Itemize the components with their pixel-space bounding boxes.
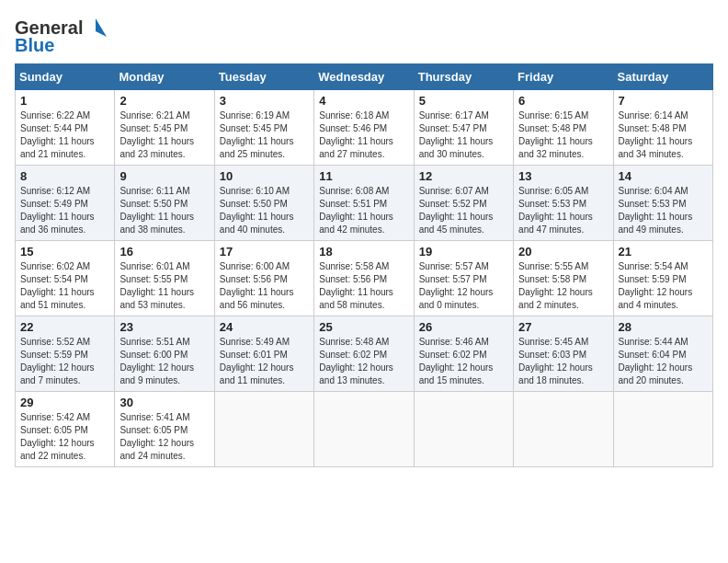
sunset-label: Sunset: 5:45 PM: [220, 123, 288, 133]
weekday-header-saturday: Saturday: [613, 64, 712, 90]
cell-info: Sunrise: 6:05 AM Sunset: 5:53 PM Dayligh…: [518, 185, 608, 236]
sunrise-label: Sunrise: 5:46 AM: [419, 337, 489, 347]
sunset-label: Sunset: 5:54 PM: [20, 274, 88, 284]
day-number: 9: [119, 169, 209, 183]
daylight-label: Daylight: 11 hours and 56 minutes.: [220, 287, 294, 310]
day-number: 21: [619, 245, 708, 259]
calendar-cell: [414, 392, 513, 467]
day-number: 8: [20, 169, 109, 183]
sunrise-label: Sunrise: 5:57 AM: [419, 261, 489, 271]
day-number: 27: [518, 320, 608, 334]
cell-info: Sunrise: 6:22 AM Sunset: 5:44 PM Dayligh…: [20, 109, 109, 161]
sunrise-label: Sunrise: 6:02 AM: [20, 261, 90, 271]
daylight-label: Daylight: 12 hours and 13 minutes.: [319, 362, 393, 385]
day-number: 22: [20, 320, 109, 334]
calendar-week-4: 22 Sunrise: 5:52 AM Sunset: 5:59 PM Dayl…: [16, 316, 713, 392]
sunset-label: Sunset: 5:59 PM: [20, 350, 88, 360]
day-number: 2: [119, 94, 209, 108]
calendar-cell: 11 Sunrise: 6:08 AM Sunset: 5:51 PM Dayl…: [314, 166, 414, 241]
day-number: 23: [119, 320, 209, 334]
sunrise-label: Sunrise: 5:48 AM: [319, 337, 389, 347]
day-number: 28: [619, 320, 708, 334]
calendar-cell: 2 Sunrise: 6:21 AM Sunset: 5:45 PM Dayli…: [115, 90, 214, 166]
calendar-table: SundayMondayTuesdayWednesdayThursdayFrid…: [15, 63, 713, 467]
calendar-cell: 26 Sunrise: 5:46 AM Sunset: 6:02 PM Dayl…: [414, 316, 513, 392]
weekday-header-wednesday: Wednesday: [314, 64, 414, 90]
sunrise-label: Sunrise: 6:07 AM: [419, 186, 489, 196]
sunset-label: Sunset: 5:50 PM: [220, 199, 288, 209]
svg-marker-0: [96, 18, 107, 37]
sunrise-label: Sunrise: 6:04 AM: [619, 186, 688, 196]
sunrise-label: Sunrise: 5:52 AM: [20, 337, 90, 347]
cell-info: Sunrise: 5:57 AM Sunset: 5:57 PM Dayligh…: [419, 260, 508, 312]
cell-info: Sunrise: 6:21 AM Sunset: 5:45 PM Dayligh…: [119, 109, 209, 161]
cell-info: Sunrise: 5:48 AM Sunset: 6:02 PM Dayligh…: [319, 336, 408, 387]
day-number: 18: [319, 245, 408, 259]
daylight-label: Daylight: 12 hours and 20 minutes.: [619, 362, 693, 385]
sunrise-label: Sunrise: 5:58 AM: [319, 261, 389, 271]
sunset-label: Sunset: 6:02 PM: [419, 350, 487, 360]
daylight-label: Daylight: 11 hours and 45 minutes.: [419, 212, 494, 235]
day-number: 29: [20, 396, 109, 409]
cell-info: Sunrise: 6:17 AM Sunset: 5:47 PM Dayligh…: [419, 109, 508, 161]
calendar-cell: 5 Sunrise: 6:17 AM Sunset: 5:47 PM Dayli…: [414, 90, 513, 166]
daylight-label: Daylight: 11 hours and 51 minutes.: [20, 287, 95, 310]
calendar-cell: [613, 392, 712, 467]
daylight-label: Daylight: 11 hours and 27 minutes.: [319, 136, 393, 159]
sunrise-label: Sunrise: 6:14 AM: [619, 110, 688, 121]
cell-info: Sunrise: 6:11 AM Sunset: 5:50 PM Dayligh…: [119, 185, 209, 236]
daylight-label: Daylight: 11 hours and 30 minutes.: [419, 136, 494, 159]
calendar-week-5: 29 Sunrise: 5:42 AM Sunset: 6:05 PM Dayl…: [16, 392, 713, 467]
sunrise-label: Sunrise: 6:01 AM: [119, 261, 189, 271]
calendar-cell: 25 Sunrise: 5:48 AM Sunset: 6:02 PM Dayl…: [314, 316, 414, 392]
day-number: 11: [319, 169, 408, 183]
weekday-header-thursday: Thursday: [414, 64, 513, 90]
day-number: 1: [20, 94, 109, 108]
calendar-cell: 19 Sunrise: 5:57 AM Sunset: 5:57 PM Dayl…: [414, 241, 513, 316]
cell-info: Sunrise: 5:52 AM Sunset: 5:59 PM Dayligh…: [20, 336, 109, 387]
calendar-cell: 6 Sunrise: 6:15 AM Sunset: 5:48 PM Dayli…: [514, 90, 613, 166]
cell-info: Sunrise: 6:18 AM Sunset: 5:46 PM Dayligh…: [319, 109, 408, 161]
sunrise-label: Sunrise: 6:17 AM: [419, 110, 489, 121]
sunrise-label: Sunrise: 6:15 AM: [518, 110, 588, 121]
calendar-week-2: 8 Sunrise: 6:12 AM Sunset: 5:49 PM Dayli…: [16, 166, 713, 241]
cell-info: Sunrise: 5:41 AM Sunset: 6:05 PM Dayligh…: [119, 411, 209, 463]
sunrise-label: Sunrise: 5:51 AM: [119, 337, 189, 347]
sunset-label: Sunset: 5:50 PM: [119, 199, 188, 209]
sunrise-label: Sunrise: 6:18 AM: [319, 110, 389, 121]
day-number: 7: [619, 94, 708, 108]
sunset-label: Sunset: 5:57 PM: [419, 274, 487, 284]
day-number: 19: [419, 245, 508, 259]
sunset-label: Sunset: 5:53 PM: [518, 199, 586, 209]
page-header: General Blue: [15, 15, 713, 56]
sunset-label: Sunset: 5:47 PM: [419, 123, 487, 133]
daylight-label: Daylight: 11 hours and 47 minutes.: [518, 212, 593, 235]
daylight-label: Daylight: 11 hours and 21 minutes.: [20, 136, 95, 159]
sunset-label: Sunset: 5:48 PM: [619, 123, 687, 133]
daylight-label: Daylight: 12 hours and 11 minutes.: [220, 362, 294, 385]
logo: General Blue: [15, 15, 108, 56]
daylight-label: Daylight: 11 hours and 36 minutes.: [20, 212, 95, 235]
day-number: 6: [518, 94, 608, 108]
sunrise-label: Sunrise: 6:11 AM: [119, 186, 189, 196]
sunset-label: Sunset: 6:02 PM: [319, 350, 387, 360]
day-number: 10: [220, 169, 309, 183]
cell-info: Sunrise: 5:49 AM Sunset: 6:01 PM Dayligh…: [220, 336, 309, 387]
cell-info: Sunrise: 5:44 AM Sunset: 6:04 PM Dayligh…: [619, 336, 708, 387]
calendar-cell: 10 Sunrise: 6:10 AM Sunset: 5:50 PM Dayl…: [214, 166, 313, 241]
day-number: 15: [20, 245, 109, 259]
cell-info: Sunrise: 6:04 AM Sunset: 5:53 PM Dayligh…: [619, 185, 708, 236]
day-number: 30: [119, 396, 209, 409]
daylight-label: Daylight: 12 hours and 15 minutes.: [419, 362, 494, 385]
weekday-header-tuesday: Tuesday: [214, 64, 313, 90]
sunset-label: Sunset: 6:03 PM: [518, 350, 586, 360]
calendar-cell: 7 Sunrise: 6:14 AM Sunset: 5:48 PM Dayli…: [613, 90, 712, 166]
calendar-cell: 15 Sunrise: 6:02 AM Sunset: 5:54 PM Dayl…: [16, 241, 115, 316]
sunset-label: Sunset: 5:53 PM: [619, 199, 687, 209]
day-number: 14: [619, 169, 708, 183]
day-number: 13: [518, 169, 608, 183]
daylight-label: Daylight: 11 hours and 49 minutes.: [619, 212, 693, 235]
sunset-label: Sunset: 5:56 PM: [319, 274, 387, 284]
cell-info: Sunrise: 6:12 AM Sunset: 5:49 PM Dayligh…: [20, 185, 109, 236]
daylight-label: Daylight: 12 hours and 22 minutes.: [20, 438, 95, 461]
